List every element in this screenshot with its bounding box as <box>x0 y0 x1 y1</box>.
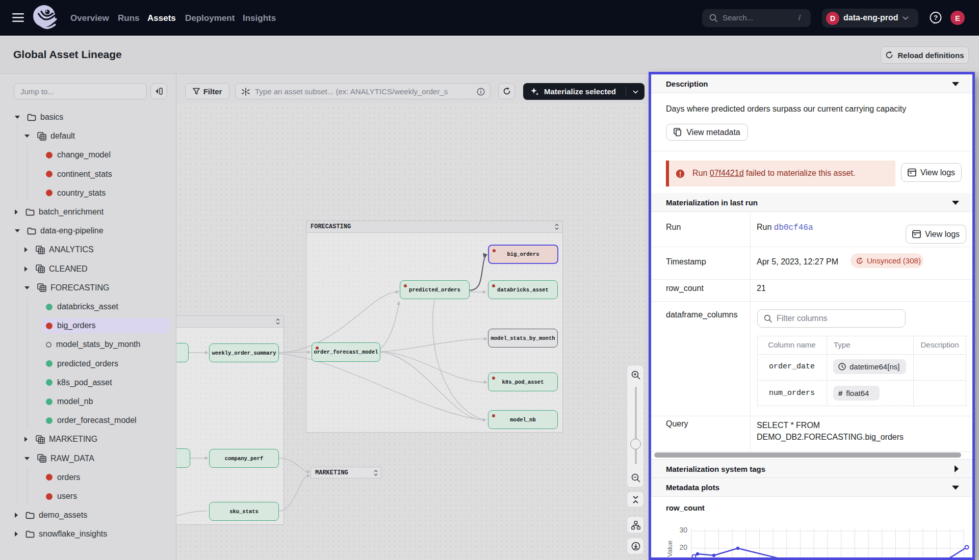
svg-text:30: 30 <box>679 526 687 534</box>
svg-text:10: 10 <box>679 556 687 560</box>
svg-text:Value: Value <box>666 541 674 557</box>
svg-text:20: 20 <box>679 543 687 551</box>
svg-text:?: ? <box>934 14 938 21</box>
